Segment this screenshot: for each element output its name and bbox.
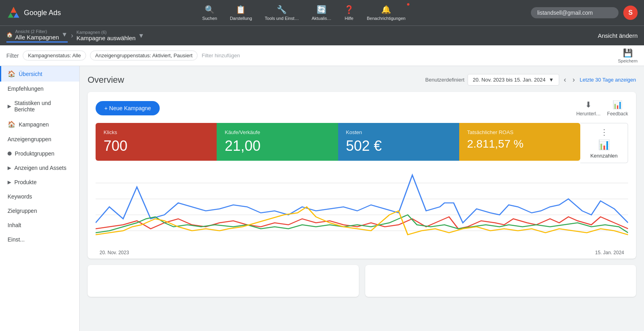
breadcrumb-campaign-dropdown-icon[interactable]: ▼ bbox=[138, 32, 144, 39]
dot-icon bbox=[8, 152, 12, 156]
metric-kaeuf[interactable]: Käufe/Verkäufe 21,00 bbox=[217, 123, 338, 161]
nav-aktualis[interactable]: 🔄 Aktualis… bbox=[306, 2, 337, 23]
metrics-row: Klicks 700 Käufe/Verkäufe 21,00 Kosten 5… bbox=[96, 123, 580, 161]
nav-notifications-label: Benachrichti­gungen bbox=[367, 16, 405, 21]
kampagnen-sidebar-icon: 🏠 bbox=[8, 121, 16, 128]
search-icon: 🔍 bbox=[205, 5, 215, 14]
breadcrumb-campaign-small: Kampagnen (6) bbox=[76, 30, 135, 35]
sidebar-produktgruppen-label: Produktgruppen bbox=[15, 150, 55, 157]
sidebar-item-empfehlungen[interactable]: Empfehlungen bbox=[0, 82, 79, 96]
svg-marker-2 bbox=[8, 13, 14, 18]
nav-darstellung-label: Darstellung bbox=[230, 16, 252, 21]
sidebar-keywords-label: Keywords bbox=[8, 193, 32, 200]
main-layout: 🏠 Übersicht Empfehlungen ▶ Statistiken u… bbox=[0, 66, 644, 331]
sidebar-kampagnen-label: Kampagnen bbox=[19, 121, 49, 128]
sidebar-empfehlungen-label: Empfehlungen bbox=[8, 86, 43, 92]
nav-suchen[interactable]: 🔍 Suchen bbox=[197, 2, 223, 23]
sidebar-item-ubersicht[interactable]: 🏠 Übersicht bbox=[0, 66, 79, 82]
bottom-card-right bbox=[365, 265, 636, 297]
nav-tools[interactable]: 🔧 Tools und Einst… bbox=[259, 2, 305, 23]
filter-chip-ad-group-status[interactable]: Anzeigengruppenstatus: Aktiviert, Pausie… bbox=[90, 51, 198, 60]
metrics-container: Klicks 700 Käufe/Verkäufe 21,00 Kosten 5… bbox=[96, 123, 628, 163]
breadcrumb-view-dropdown-icon[interactable]: ▼ bbox=[61, 31, 68, 38]
app-name: Google Ads bbox=[24, 9, 61, 17]
bottom-card-left bbox=[88, 265, 359, 297]
date-prev-button[interactable]: ‹ bbox=[562, 74, 568, 86]
date-range-value: 20. Nov. 2023 bis 15. Jan. 2024 bbox=[473, 77, 546, 83]
nav-aktualis-label: Aktualis… bbox=[311, 16, 331, 21]
metric-klicks-value: 700 bbox=[104, 138, 209, 154]
metric-kosten-value: 502 € bbox=[346, 138, 451, 154]
chart-end-date: 15. Jan. 2024 bbox=[595, 250, 624, 255]
breadcrumb-view-small: Ansicht (2 Filter) bbox=[15, 29, 59, 34]
add-filter-button[interactable]: Filter hinzufügen bbox=[202, 53, 240, 58]
metric-kaeuf-value: 21,00 bbox=[225, 138, 330, 154]
chart-start-date: 20. Nov. 2023 bbox=[100, 250, 129, 255]
chart-area: 20. Nov. 2023 15. Jan. 2024 bbox=[96, 163, 628, 251]
breadcrumb-separator: › bbox=[71, 31, 73, 40]
bottom-cards bbox=[88, 265, 636, 297]
nav-hilfe[interactable]: ❓ Hilfe bbox=[339, 2, 360, 23]
metric-klicks[interactable]: Klicks 700 bbox=[96, 123, 217, 161]
new-campaign-button[interactable]: + Neue Kampagne bbox=[96, 101, 160, 115]
filter-bar: Filter Kampagnenstatus: Alle Anzeigengru… bbox=[0, 45, 644, 66]
sidebar-item-anzeigen-assets[interactable]: ▶ Anzeigen und Assets bbox=[0, 161, 79, 175]
chart-dates: 20. Nov. 2023 15. Jan. 2024 bbox=[96, 250, 628, 255]
last-30-days-link[interactable]: Letzte 30 Tage anzeigen bbox=[580, 77, 636, 83]
breadcrumb-all-campaigns[interactable]: 🏠 Ansicht (2 Filter) Alle Kampagnen ▼ bbox=[6, 29, 68, 43]
bell-icon: 🔔 bbox=[381, 5, 391, 14]
google-ads-logo-icon bbox=[6, 6, 21, 20]
nav-notifications[interactable]: 🔔 Benachrichti­gungen bbox=[361, 2, 411, 23]
kennzahlen-more-icon[interactable]: ⋮ bbox=[600, 127, 608, 137]
feedback-button[interactable]: 📊 Feedback bbox=[607, 100, 628, 117]
sidebar-einst-label: Einst... bbox=[8, 236, 25, 243]
sidebar-item-inhalt[interactable]: Inhalt bbox=[0, 218, 79, 232]
sidebar-item-zielgruppen[interactable]: Zielgruppen bbox=[0, 204, 79, 218]
metric-kosten[interactable]: Kosten 502 € bbox=[338, 123, 459, 161]
notification-badge bbox=[406, 2, 410, 6]
sidebar-item-produkte[interactable]: ▶ Produkte bbox=[0, 175, 79, 189]
darstellung-icon: 📋 bbox=[236, 5, 246, 14]
help-icon: ❓ bbox=[344, 5, 354, 14]
metric-kosten-label: Kosten bbox=[346, 129, 451, 135]
top-navigation: Google Ads 🔍 Suchen 📋 Darstellung 🔧 Tool… bbox=[0, 0, 644, 25]
home-icon: 🏠 bbox=[6, 32, 13, 38]
sidebar: 🏠 Übersicht Empfehlungen ▶ Statistiken u… bbox=[0, 66, 80, 331]
kennzahlen-label: Kennzahlen bbox=[590, 153, 618, 159]
change-view-button[interactable]: Ansicht ändern bbox=[598, 32, 638, 39]
date-next-button[interactable]: › bbox=[571, 74, 577, 86]
account-search-input[interactable] bbox=[531, 7, 619, 18]
metric-roas[interactable]: Tatsächlicher ROAS 2.811,57 % bbox=[459, 123, 580, 161]
sidebar-statistiken-label: Statistiken und Berichte bbox=[14, 100, 73, 113]
date-custom-label: Benutzerdefiniert bbox=[425, 77, 464, 83]
download-button[interactable]: ⬇ Herunterl… bbox=[576, 100, 601, 117]
feedback-icon: 📊 bbox=[613, 100, 622, 109]
breadcrumb-campaign-main: Kampagne auswählen bbox=[76, 35, 135, 41]
user-avatar[interactable]: S bbox=[623, 6, 638, 20]
overview-card: + Neue Kampagne ⬇ Herunterl… 📊 Feedback bbox=[88, 92, 636, 259]
kennzahlen-chart-icon: 📊 bbox=[598, 139, 610, 150]
nav-darstellung[interactable]: 📋 Darstellung bbox=[224, 2, 258, 23]
filter-label: Filter bbox=[6, 53, 19, 59]
date-picker[interactable]: 20. Nov. 2023 bis 15. Jan. 2024 ▼ bbox=[468, 74, 559, 86]
breadcrumb-campaign-select[interactable]: Kampagnen (6) Kampagne auswählen ▼ bbox=[76, 30, 144, 41]
metric-klicks-label: Klicks bbox=[104, 129, 209, 135]
nav-right-area: S bbox=[531, 6, 638, 20]
sidebar-ubersicht-label: Übersicht bbox=[19, 71, 42, 77]
sidebar-item-anzeigengruppen[interactable]: Anzeigengruppen bbox=[0, 132, 79, 146]
sidebar-item-kampagnen[interactable]: 🏠 Kampagnen bbox=[0, 117, 79, 132]
home-sidebar-icon: 🏠 bbox=[8, 70, 16, 78]
filter-chip-campaign-status[interactable]: Kampagnenstatus: Alle bbox=[23, 51, 86, 60]
metric-roas-label: Tatsächlicher ROAS bbox=[467, 129, 572, 135]
logo-area[interactable]: Google Ads bbox=[6, 6, 61, 20]
save-filter-button[interactable]: 💾 Speichern bbox=[618, 48, 638, 63]
metric-kaeuf-label: Käufe/Verkäufe bbox=[225, 129, 330, 135]
sidebar-produkte-label: Produkte bbox=[14, 179, 37, 185]
sidebar-item-einst[interactable]: Einst... bbox=[0, 232, 79, 247]
svg-marker-4 bbox=[11, 7, 16, 13]
sidebar-item-keywords[interactable]: Keywords bbox=[0, 189, 79, 204]
tools-icon: 🔧 bbox=[277, 5, 287, 14]
sidebar-zielgruppen-label: Zielgruppen bbox=[8, 208, 37, 214]
sidebar-item-produktgruppen[interactable]: Produktgruppen bbox=[0, 146, 79, 161]
sidebar-item-statistiken[interactable]: ▶ Statistiken und Berichte bbox=[0, 96, 79, 117]
